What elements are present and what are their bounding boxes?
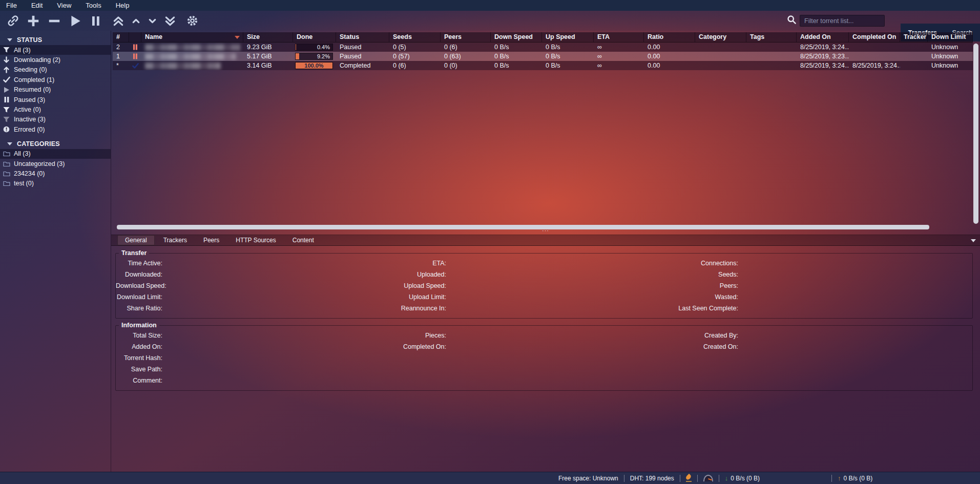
sidebar-status-header[interactable]: STATUS bbox=[0, 35, 111, 45]
menu-view[interactable]: View bbox=[50, 2, 78, 9]
col-ratio[interactable]: Ratio bbox=[644, 32, 695, 42]
sidebar-category-uncategorized[interactable]: Uncategorized (3) bbox=[0, 159, 111, 169]
col-tracker[interactable]: Tracker bbox=[900, 32, 928, 42]
move-top-icon[interactable] bbox=[112, 15, 124, 27]
col-eta[interactable]: ETA bbox=[594, 32, 644, 42]
sidebar-status-paused[interactable]: Paused (3) bbox=[0, 95, 111, 104]
sidebar-item-label: 234234 (0) bbox=[14, 170, 45, 177]
col-down-speed[interactable]: Down Speed bbox=[491, 32, 542, 42]
save-path-label: Save Path: bbox=[116, 366, 162, 373]
sidebar-status-resumed[interactable]: Resumed (0) bbox=[0, 85, 111, 95]
sidebar-status-all[interactable]: All (3) bbox=[0, 45, 111, 55]
upload-speed-status[interactable]: ↑ 0 B/s (0 B) bbox=[838, 474, 872, 482]
col-category[interactable]: Category bbox=[695, 32, 746, 42]
cell-seeds: 0 (5) bbox=[389, 43, 441, 52]
chevron-down-icon[interactable] bbox=[971, 239, 976, 242]
information-row: Save Path: bbox=[116, 364, 972, 375]
cell-completed-on bbox=[849, 52, 900, 61]
folder-icon bbox=[3, 160, 10, 167]
download-speed-status[interactable]: ↓ 0 B/s (0 B) bbox=[725, 474, 760, 482]
sidebar-category-all[interactable]: All (3) bbox=[0, 149, 111, 159]
col-status[interactable]: Status bbox=[336, 32, 389, 42]
information-legend: Information bbox=[119, 322, 159, 329]
torrent-row[interactable]: 1 5.17 GiB 9.2% Paused 0 (57) 0 (63) 0 B… bbox=[113, 52, 973, 61]
menu-help[interactable]: Help bbox=[109, 2, 137, 9]
download-limit-label: Download Limit: bbox=[116, 293, 162, 301]
move-up-icon[interactable] bbox=[131, 16, 141, 26]
download-speed-text: 0 B/s (0 B) bbox=[731, 475, 760, 482]
free-space-label: Free space: Unknown bbox=[558, 475, 618, 482]
transfer-row: Share Ratio: Reannounce In: Last Seen Co… bbox=[116, 303, 972, 314]
cell-completed-on bbox=[849, 43, 900, 52]
cell-num: 1 bbox=[113, 52, 129, 61]
sidebar-item-label: Seeding (0) bbox=[14, 66, 47, 73]
cell-peers: 0 (6) bbox=[441, 43, 491, 52]
move-down-icon[interactable] bbox=[148, 16, 157, 26]
tab-peers[interactable]: Peers bbox=[196, 235, 227, 245]
tab-content[interactable]: Content bbox=[285, 235, 322, 245]
menu-edit[interactable]: Edit bbox=[24, 2, 50, 9]
completed-check-icon bbox=[129, 61, 141, 70]
tab-general[interactable]: General bbox=[117, 235, 155, 245]
move-bottom-icon[interactable] bbox=[164, 15, 176, 27]
cell-down-limit: Unknown bbox=[928, 61, 973, 70]
col-num[interactable]: # bbox=[113, 32, 129, 42]
sidebar-status-seeding[interactable]: Seeding (0) bbox=[0, 65, 111, 75]
folder-icon bbox=[3, 150, 10, 157]
col-name-label: Name bbox=[145, 33, 162, 40]
panel-splitter-handle[interactable]: ··· bbox=[111, 228, 980, 234]
vertical-scrollbar[interactable] bbox=[973, 44, 978, 224]
col-tags[interactable]: Tags bbox=[746, 32, 797, 42]
cell-ratio: 0.00 bbox=[644, 52, 695, 61]
sidebar-categories-header[interactable]: CATEGORIES bbox=[0, 139, 111, 149]
col-completed-on[interactable]: Completed On bbox=[849, 32, 900, 42]
sidebar-category-234234[interactable]: 234234 (0) bbox=[0, 169, 111, 178]
qbittorrent-webui: File Edit View Tools Help bbox=[0, 0, 980, 484]
tab-trackers[interactable]: Trackers bbox=[156, 235, 195, 245]
sidebar-status-inactive[interactable]: Inactive (3) bbox=[0, 115, 111, 124]
col-added-on[interactable]: Added On bbox=[797, 32, 849, 42]
torrent-row[interactable]: 2 9.23 GiB 0.4% Paused 0 (5) 0 (6) 0 B/s… bbox=[113, 43, 973, 52]
filter-torrent-input[interactable] bbox=[800, 15, 885, 27]
sidebar-status-completed[interactable]: Completed (1) bbox=[0, 75, 111, 85]
settings-gear-icon[interactable] bbox=[186, 14, 199, 27]
progress-bar: 9.2% bbox=[295, 53, 333, 60]
torrent-row[interactable]: * 3.14 GiB 100.0% Completed 0 (6) 0 (0) … bbox=[113, 61, 973, 70]
col-done[interactable]: Done bbox=[293, 32, 336, 42]
sidebar-item-label: Completed (1) bbox=[14, 76, 54, 83]
link-icon[interactable] bbox=[7, 14, 19, 27]
col-up-speed[interactable]: Up Speed bbox=[542, 32, 594, 42]
sidebar-item-label: All (3) bbox=[14, 47, 31, 54]
information-row: Comment: bbox=[116, 375, 972, 386]
cell-down-limit: Unknown bbox=[928, 52, 973, 61]
menu-file[interactable]: File bbox=[0, 2, 24, 9]
alt-speed-limits-icon[interactable] bbox=[703, 475, 713, 481]
col-down-limit[interactable]: Down Limit bbox=[928, 32, 973, 42]
cell-eta: ∞ bbox=[594, 52, 644, 61]
cell-up-speed: 0 B/s bbox=[542, 43, 594, 52]
sidebar-status-downloading[interactable]: Downloading (2) bbox=[0, 55, 111, 65]
cell-peers: 0 (0) bbox=[441, 61, 491, 70]
col-peers[interactable]: Peers bbox=[441, 32, 491, 42]
menu-tools[interactable]: Tools bbox=[78, 2, 108, 9]
transfer-legend: Transfer bbox=[119, 249, 149, 257]
remove-torrent-icon[interactable] bbox=[47, 14, 61, 28]
progress-label: 0.4% bbox=[296, 44, 332, 50]
created-on-label: Created On: bbox=[666, 343, 738, 350]
col-seeds[interactable]: Seeds bbox=[389, 32, 441, 42]
paused-icon bbox=[129, 52, 141, 61]
add-torrent-icon[interactable] bbox=[26, 14, 40, 28]
col-size[interactable]: Size bbox=[243, 32, 293, 42]
col-state[interactable] bbox=[129, 32, 141, 42]
pause-icon[interactable] bbox=[89, 14, 102, 28]
sidebar-item-label: Uncategorized (3) bbox=[14, 160, 65, 167]
sidebar-category-test[interactable]: test (0) bbox=[0, 179, 111, 188]
cell-tags bbox=[746, 61, 797, 70]
content-area: # Name Size Done Status Seeds Peers Down… bbox=[111, 31, 980, 472]
col-name[interactable]: Name bbox=[141, 32, 243, 42]
connection-status-icon[interactable] bbox=[686, 474, 692, 482]
sidebar-status-active[interactable]: Active (0) bbox=[0, 104, 111, 114]
tab-http-sources[interactable]: HTTP Sources bbox=[228, 235, 283, 245]
resume-icon[interactable] bbox=[68, 14, 82, 28]
sidebar-status-errored[interactable]: Errored (0) bbox=[0, 124, 111, 134]
